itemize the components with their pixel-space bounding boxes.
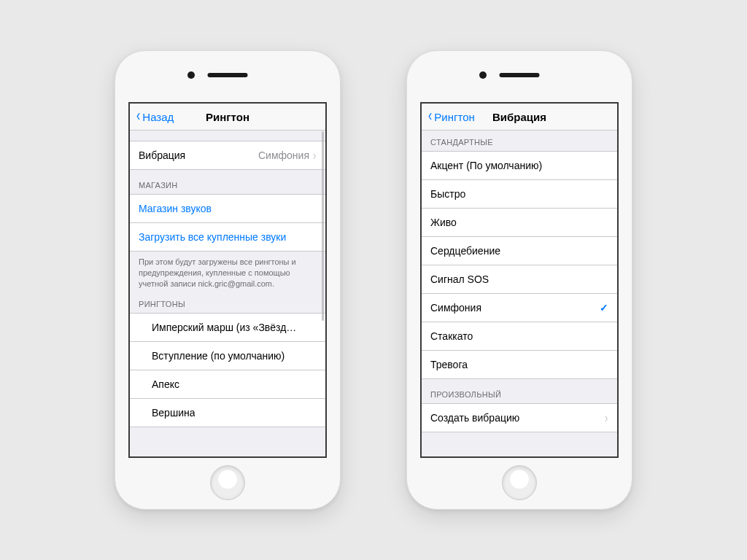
ringtone-row[interactable]: Апекс: [130, 370, 325, 399]
home-button[interactable]: [210, 465, 245, 500]
create-vibration-row[interactable]: Создать вибрацию ›: [422, 403, 617, 432]
page-title: Рингтон: [206, 111, 249, 123]
chevron-right-icon: ›: [313, 149, 316, 162]
standard-section-header: СТАНДАРТНЫЕ: [422, 131, 617, 151]
vibration-option-row[interactable]: Стаккато: [422, 322, 617, 351]
vibration-option-row[interactable]: Сердцебиение: [422, 236, 617, 265]
ringtone-label: Вершина: [152, 407, 195, 419]
chevron-left-icon: ‹: [136, 108, 140, 124]
download-purchased-link[interactable]: Загрузить все купленные звуки: [130, 222, 325, 252]
page-title: Вибрация: [492, 111, 546, 123]
iphone-mockup-right: ‹ Рингтон Вибрация СТАНДАРТНЫЕ Акцент (П…: [406, 50, 632, 510]
tone-store-label: Магазин звуков: [139, 203, 212, 214]
vibration-option-row[interactable]: Тревога: [422, 350, 617, 379]
store-footer-note: При этом будут загружены все рингтоны и …: [130, 251, 325, 294]
ringtone-label: Апекс: [152, 378, 179, 390]
navbar: ‹ Рингтон Вибрация: [422, 104, 617, 131]
speaker-grille: [208, 73, 248, 77]
ringtone-row[interactable]: Имперский марш (из «Звёзд…: [130, 313, 325, 342]
vibration-row[interactable]: Вибрация Симфония ›: [130, 141, 325, 170]
custom-section-header: ПРОИЗВОЛЬНЫЙ: [422, 378, 617, 403]
back-label: Назад: [142, 111, 174, 123]
vibration-option-label: Симфония: [430, 302, 481, 314]
ringtone-row[interactable]: Вершина: [130, 398, 325, 427]
vibration-option-label: Стаккато: [430, 330, 473, 342]
vibration-option-label: Живо: [430, 217, 457, 228]
vibration-option-label: Быстро: [430, 188, 465, 200]
screen-left: ‹ Назад Рингтон Вибрация Симфония › МАГА…: [128, 102, 327, 458]
chevron-right-icon: ›: [605, 411, 608, 424]
checkmark-icon: ✓: [600, 302, 608, 314]
home-button[interactable]: [502, 465, 537, 500]
vibration-option-label: Тревога: [430, 359, 468, 370]
front-camera: [187, 71, 195, 79]
navbar: ‹ Назад Рингтон: [130, 104, 325, 131]
back-label: Рингтон: [434, 111, 474, 123]
scrollbar[interactable]: [322, 131, 324, 321]
vibration-option-row[interactable]: Симфония ✓: [422, 293, 617, 322]
vibration-option-row[interactable]: Быстро: [422, 179, 617, 209]
vibration-option-label: Сердцебиение: [430, 245, 500, 257]
screen-right: ‹ Рингтон Вибрация СТАНДАРТНЫЕ Акцент (П…: [420, 102, 619, 458]
vibration-option-label: Акцент (По умолчанию): [430, 160, 542, 171]
content-left: Вибрация Симфония › МАГАЗИН Магазин звук…: [130, 131, 325, 457]
vibration-option-row[interactable]: Сигнал SOS: [422, 265, 617, 294]
back-button[interactable]: ‹ Рингтон: [425, 104, 478, 130]
create-vibration-label: Создать вибрацию: [430, 412, 519, 424]
ringtone-row[interactable]: Вступление (по умолчанию): [130, 341, 325, 370]
download-purchased-label: Загрузить все купленные звуки: [139, 231, 286, 243]
vibration-option-row[interactable]: Акцент (По умолчанию): [422, 151, 617, 180]
ringtones-section-header: РИНГТОНЫ: [130, 294, 325, 313]
store-section-header: МАГАЗИН: [130, 169, 325, 194]
vibration-value: Симфония: [258, 149, 309, 161]
iphone-mockup-left: ‹ Назад Рингтон Вибрация Симфония › МАГА…: [115, 50, 341, 510]
ringtone-label: Имперский марш (из «Звёзд…: [152, 322, 296, 333]
ringtone-label: Вступление (по умолчанию): [152, 350, 285, 362]
chevron-left-icon: ‹: [428, 108, 432, 124]
front-camera: [479, 71, 487, 79]
vibration-option-label: Сигнал SOS: [430, 273, 489, 285]
back-button[interactable]: ‹ Назад: [133, 104, 177, 130]
content-right: СТАНДАРТНЫЕ Акцент (По умолчанию) Быстро…: [422, 131, 617, 457]
vibration-label: Вибрация: [139, 149, 185, 161]
speaker-grille: [500, 73, 540, 77]
vibration-option-row[interactable]: Живо: [422, 208, 617, 237]
tone-store-link[interactable]: Магазин звуков: [130, 194, 325, 223]
